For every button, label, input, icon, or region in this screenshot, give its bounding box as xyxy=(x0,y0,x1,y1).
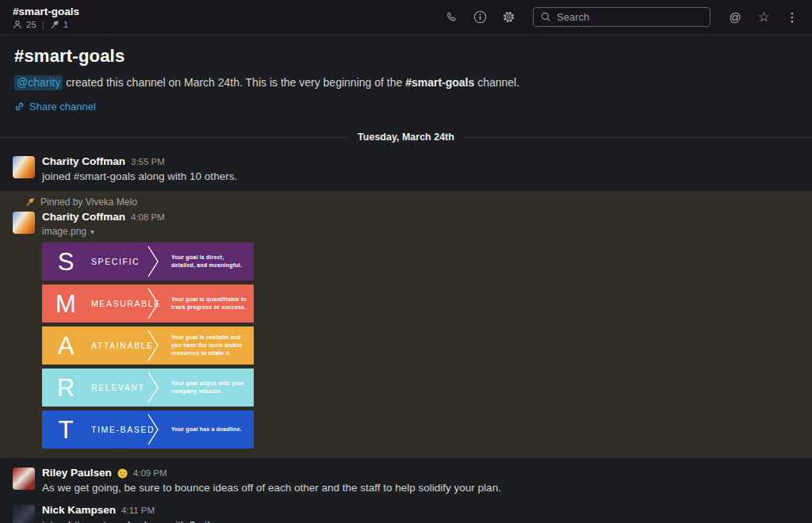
message-join-charity: Charity Coffman 3:55 PM joined #smart-go… xyxy=(0,151,812,186)
message-timestamp[interactable]: 4:08 PM xyxy=(131,211,165,224)
smart-label: TIME-BASED xyxy=(91,425,155,434)
pin-count[interactable]: 1 xyxy=(63,20,68,29)
smart-row-specific: S SPECIFIC Your goal is direct, detailed… xyxy=(42,242,254,281)
search-input[interactable]: Search xyxy=(533,7,710,27)
pin-icon xyxy=(50,20,59,29)
smart-letter: M xyxy=(52,292,79,316)
smart-row-attainable: A ATTAINABLE Your goal is realistic and … xyxy=(42,326,254,365)
message-timestamp[interactable]: 3:55 PM xyxy=(131,155,165,169)
channel-header: #smart-goals 25 | 1 Search xyxy=(0,0,812,35)
channel-intro: #smart-goals @charity created this chann… xyxy=(0,35,812,113)
smart-label: RELEVANT xyxy=(91,383,144,392)
pensive-emoji-icon xyxy=(117,468,128,479)
search-placeholder: Search xyxy=(557,11,589,23)
message-author[interactable]: Nick Kampsen xyxy=(42,503,116,517)
mentions-at-icon[interactable]: @ xyxy=(728,10,742,25)
message-author[interactable]: Riley Paulsen xyxy=(42,466,112,479)
smart-letter: R xyxy=(52,376,79,400)
avatar[interactable] xyxy=(13,212,35,234)
pin-icon-yellow xyxy=(25,197,35,207)
channel-title[interactable]: #smart-goals xyxy=(13,6,79,18)
info-icon[interactable] xyxy=(473,10,487,25)
channel-intro-text: @charity created this channel on March 2… xyxy=(14,75,798,90)
smart-description: Your goal is quantifiable to track progr… xyxy=(171,296,247,311)
smart-description: Your goal is direct, detailed, and meani… xyxy=(171,254,247,269)
search-icon xyxy=(541,12,551,22)
date-divider-label[interactable]: Tuesday, March 24th xyxy=(348,130,464,144)
kebab-menu-icon[interactable]: ⋮ xyxy=(785,10,799,25)
smart-row-relevant: R RELEVANT Your goal aligns with your co… xyxy=(42,368,254,407)
smart-description: Your goal aligns with your company missi… xyxy=(171,380,247,395)
avatar[interactable] xyxy=(13,156,35,178)
pinned-message-block: Pinned by Viveka Melo Charity Coffman 4:… xyxy=(0,191,812,458)
attachment-name[interactable]: image.png ▾ xyxy=(42,226,798,237)
message-timestamp[interactable]: 4:11 PM xyxy=(121,504,155,517)
chevron-right-icon xyxy=(147,246,160,280)
intro-text-part1: created this channel on March 24th. This… xyxy=(63,76,405,89)
smart-label: SPECIFIC xyxy=(91,257,140,266)
smart-row-time-based: T TIME-BASED Your goal has a deadline. xyxy=(42,410,254,449)
smart-letter: S xyxy=(52,250,79,274)
phone-icon[interactable] xyxy=(444,10,458,25)
member-count[interactable]: 25 xyxy=(26,20,36,29)
smart-row-measurable: M MEASURABLE Your goal is quantifiable t… xyxy=(42,284,254,323)
message-author[interactable]: Charity Coffman xyxy=(42,210,125,223)
chevron-down-icon[interactable]: ▾ xyxy=(90,227,94,236)
pinned-by-row: Pinned by Viveka Melo xyxy=(0,195,812,210)
link-icon xyxy=(14,101,25,112)
share-channel-link[interactable]: Share channel xyxy=(14,101,798,113)
members-icon xyxy=(13,20,22,29)
message-text: joined #smart-goals along with 2 others. xyxy=(42,518,798,523)
smart-label: ATTAINABLE xyxy=(91,341,154,350)
message-nick: Nick Kampsen 4:11 PM joined #smart-goals… xyxy=(0,500,812,523)
smart-letter: T xyxy=(52,418,79,442)
message-timestamp[interactable]: 4:09 PM xyxy=(133,467,167,480)
channel-info: #smart-goals 25 | 1 xyxy=(13,6,79,29)
smart-goals-image[interactable]: S SPECIFIC Your goal is direct, detailed… xyxy=(42,242,254,449)
chevron-right-icon xyxy=(147,414,160,448)
mention-charity[interactable]: @charity xyxy=(14,75,63,90)
meta-divider: | xyxy=(42,20,44,29)
avatar[interactable] xyxy=(13,468,35,490)
attachment-filename: image.png xyxy=(42,226,86,237)
pinned-by-label: Pinned by Viveka Melo xyxy=(40,197,137,208)
channel-intro-title: #smart-goals xyxy=(14,46,798,67)
smart-description: Your goal is realistic and you have the … xyxy=(171,334,247,357)
message-text: As we get going, be sure to bounce ideas… xyxy=(42,481,798,494)
starred-icon[interactable]: ☆ xyxy=(756,10,771,25)
share-channel-label: Share channel xyxy=(29,101,96,113)
chevron-right-icon xyxy=(147,330,160,364)
avatar[interactable] xyxy=(13,505,35,523)
message-author[interactable]: Charity Coffman xyxy=(42,155,125,168)
intro-text-part2: channel. xyxy=(474,76,519,89)
smart-description: Your goal has a deadline. xyxy=(171,426,247,433)
message-text: joined #smart-goals along with 10 others… xyxy=(42,170,798,183)
message-pinned-image: Charity Coffman 4:08 PM image.png ▾ S SP… xyxy=(0,210,812,452)
smart-letter: A xyxy=(52,334,79,358)
chevron-right-icon xyxy=(147,288,160,322)
date-divider: Tuesday, March 24th xyxy=(0,130,812,144)
chevron-right-icon xyxy=(147,372,160,406)
channel-ref[interactable]: #smart-goals xyxy=(405,76,474,89)
settings-gear-icon[interactable] xyxy=(501,10,515,25)
message-riley: Riley Paulsen 4:09 PM As we get going, b… xyxy=(0,463,812,498)
header-actions: Search @ ☆ ⋮ xyxy=(444,7,799,27)
